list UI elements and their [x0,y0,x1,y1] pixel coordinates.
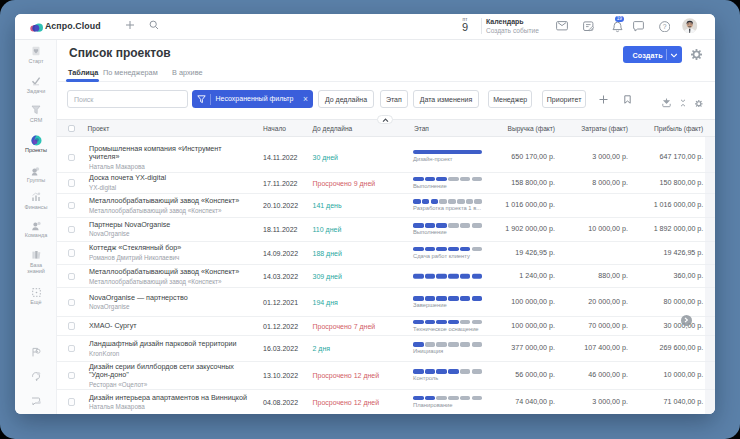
svg-text:?: ? [662,23,666,30]
